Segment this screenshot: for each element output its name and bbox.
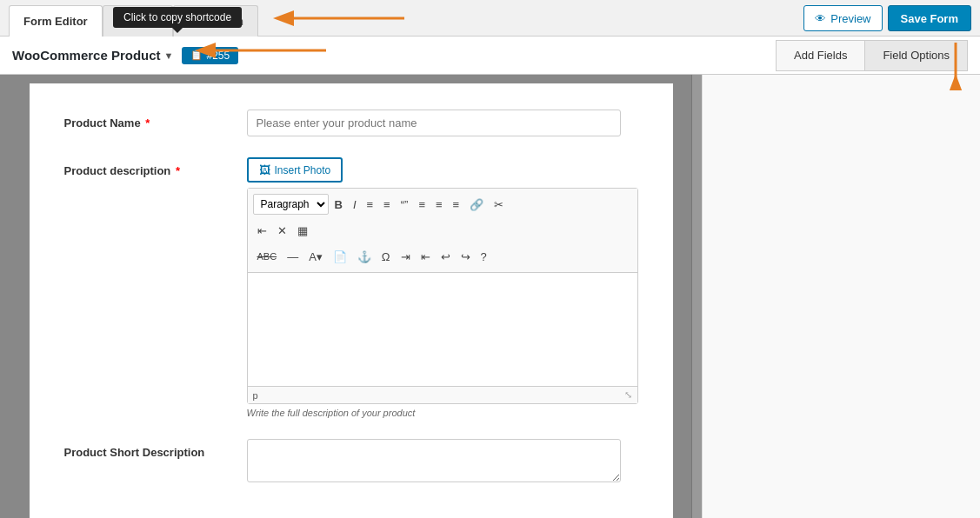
insert-photo-button[interactable]: 🖼 Insert Photo <box>247 157 343 183</box>
rich-text-editor: Paragraph B I ≡ ≡ “” ≡ ≡ ≡ <box>247 188 638 404</box>
font-color-button[interactable]: A▾ <box>304 246 327 267</box>
right-panel-tabs: Add Fields Field Options <box>776 40 968 71</box>
eye-icon: 👁 <box>815 12 826 25</box>
header-actions: 👁 Preview Save Form <box>803 5 971 31</box>
bold-button[interactable]: B <box>330 194 347 215</box>
product-short-desc-row: Product Short Description <box>64 439 638 485</box>
chevron-down-icon: ▼ <box>164 50 174 61</box>
required-marker: * <box>145 116 150 130</box>
unordered-list-button[interactable]: ≡ <box>363 194 378 215</box>
product-description-label: Product description * <box>64 157 230 177</box>
product-short-desc-label: Product Short Description <box>64 439 230 459</box>
product-name-label: Product Name * <box>64 110 230 130</box>
field-options-label: Field Options <box>883 49 950 62</box>
insert-photo-label: Insert Photo <box>275 164 331 176</box>
shortcode-badge-button[interactable]: 📋 #255 <box>182 47 238 64</box>
editor-hint-text: Write the full description of your produ… <box>247 408 416 418</box>
form-title[interactable]: WooCommerce Product ▼ <box>12 48 173 63</box>
form-canvas-scroll[interactable]: Product Name * Product description * <box>0 75 702 518</box>
toolbar-row-1: Paragraph B I ≡ ≡ “” ≡ ≡ ≡ <box>253 192 632 216</box>
indent-left-button[interactable]: ⇤ <box>253 220 271 241</box>
add-fields-label: Add Fields <box>794 49 847 62</box>
tab-form-editor[interactable]: Form Editor <box>9 5 103 37</box>
product-name-field <box>247 110 638 136</box>
product-name-input[interactable] <box>247 110 621 136</box>
ordered-list-button[interactable]: ≡ <box>379 194 395 215</box>
product-description-field: 🖼 Insert Photo Paragraph B <box>247 157 638 418</box>
indent-button[interactable]: ⇥ <box>397 246 415 267</box>
add-fields-tab[interactable]: Add Fields <box>776 40 864 71</box>
unlink-button[interactable]: ✂ <box>490 194 508 215</box>
product-name-row: Product Name * <box>64 110 638 136</box>
blockquote-button[interactable]: “” <box>397 194 413 215</box>
redo-button[interactable]: ↪ <box>457 246 475 267</box>
align-center-button[interactable]: ≡ <box>431 194 447 215</box>
editor-body[interactable] <box>248 273 637 386</box>
tab-form-editor-label: Form Editor <box>23 15 88 28</box>
save-form-button[interactable]: Save Form <box>888 5 971 31</box>
editor-footer-tag: p <box>253 390 258 401</box>
anchor-button[interactable]: ⚓ <box>353 246 376 267</box>
sub-header: WooCommerce Product ▼ 📋 #255 Add Fields … <box>0 37 980 75</box>
preview-label: Preview <box>830 12 870 25</box>
right-panel <box>702 75 980 518</box>
special-char-button[interactable]: Ω <box>377 246 395 267</box>
link-button[interactable]: 🔗 <box>465 194 488 215</box>
editor-toolbar: Paragraph B I ≡ ≡ “” ≡ ≡ ≡ <box>248 189 637 273</box>
product-description-row: Product description * 🖼 Insert Photo <box>64 157 638 418</box>
save-label: Save Form <box>901 12 958 25</box>
outdent-button[interactable]: ⇤ <box>417 246 435 267</box>
form-canvas-wrap: Product Name * Product description * <box>0 75 702 518</box>
field-options-tab[interactable]: Field Options <box>864 40 968 71</box>
editor-footer: p ⤡ <box>248 386 637 403</box>
undo-button[interactable]: ↩ <box>437 246 455 267</box>
table-button[interactable]: ▦ <box>293 220 312 241</box>
paragraph-select[interactable]: Paragraph <box>253 194 329 215</box>
product-short-desc-input[interactable] <box>247 439 621 482</box>
strikethrough-button[interactable]: ABC <box>253 246 282 267</box>
toolbar-row-3: ABC — A▾ 📄 ⚓ Ω ⇥ ⇤ ↩ ↪ <box>253 244 632 269</box>
required-marker-2: * <box>176 164 180 177</box>
italic-button[interactable]: I <box>349 194 361 215</box>
resize-handle-icon[interactable]: ⤡ <box>624 389 632 401</box>
image-icon: 🖼 <box>259 163 270 176</box>
tab-bar: Form Editor Settings Notification Click … <box>0 0 980 37</box>
hash-icon: 📋 <box>190 50 203 61</box>
image-insert-button[interactable]: 📄 <box>329 246 351 267</box>
product-short-desc-field <box>247 439 638 485</box>
help-button[interactable]: ? <box>477 246 491 267</box>
preview-button[interactable]: 👁 Preview <box>803 5 882 31</box>
indent-right-button[interactable]: ✕ <box>273 220 291 241</box>
align-left-button[interactable]: ≡ <box>414 194 430 215</box>
toolbar-row-2: ⇤ ✕ ▦ <box>253 218 632 242</box>
main-layout: Product Name * Product description * <box>0 75 980 518</box>
shortcode-tooltip[interactable]: Click to copy shortcode <box>113 7 242 28</box>
align-right-button[interactable]: ≡ <box>449 194 464 215</box>
scrollbar[interactable] <box>691 75 702 518</box>
form-canvas: Product Name * Product description * <box>30 83 673 518</box>
form-title-text: WooCommerce Product <box>12 48 161 63</box>
hr-button[interactable]: — <box>283 246 303 267</box>
shortcode-tooltip-text: Click to copy shortcode <box>123 11 231 23</box>
shortcode-value: #255 <box>206 50 230 62</box>
editor-hint: Write the full description of your produ… <box>247 408 638 418</box>
